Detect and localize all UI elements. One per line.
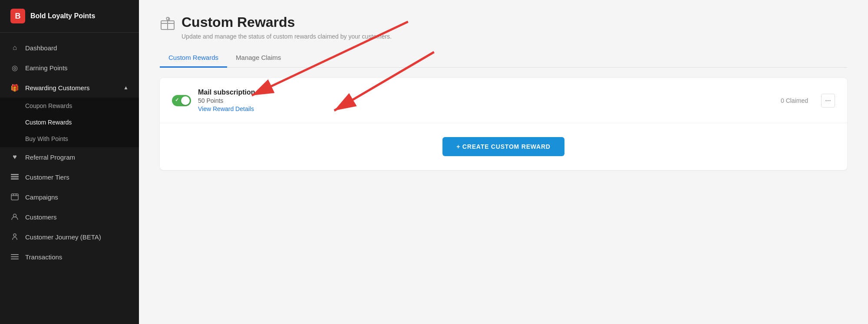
rewards-card: ✓ Mail subscription 50 Points View Rewar…	[160, 78, 847, 170]
sidebar-logo-text: Bold Loyalty Points	[30, 12, 95, 20]
customers-icon	[10, 213, 19, 221]
campaigns-icon	[10, 193, 19, 201]
sidebar-item-dashboard[interactable]: ⌂ Dashboard	[0, 38, 139, 58]
transactions-icon	[10, 252, 19, 261]
reward-points: 50 Points	[198, 97, 774, 104]
sidebar-item-label: Customer Journey (BETA)	[25, 233, 129, 241]
create-custom-reward-button[interactable]: + CREATE CUSTOM REWARD	[442, 137, 564, 156]
more-options-button[interactable]: ···	[821, 94, 835, 108]
tab-custom-rewards[interactable]: Custom Rewards	[160, 49, 227, 68]
earning-points-icon: ◎	[10, 63, 19, 72]
sidebar-item-transactions[interactable]: Transactions	[0, 247, 139, 267]
claimed-count: 0 Claimed	[781, 97, 808, 104]
tabs: Custom Rewards Manage Claims	[160, 49, 847, 68]
sidebar-item-buy-with-points[interactable]: Buy With Points	[0, 131, 139, 147]
sidebar-item-label: Transactions	[25, 253, 129, 261]
sidebar-item-custom-rewards[interactable]: Custom Rewards	[0, 114, 139, 131]
sidebar-item-campaigns[interactable]: Campaigns	[0, 187, 139, 207]
sidebar-item-customer-tiers[interactable]: Customer Tiers	[0, 167, 139, 187]
main-content: Custom Rewards Update and manage the sta…	[139, 0, 868, 324]
home-icon: ⌂	[10, 43, 19, 52]
sidebar-item-customer-journey[interactable]: Customer Journey (BETA)	[0, 227, 139, 247]
svg-rect-0	[11, 178, 19, 180]
svg-rect-3	[11, 194, 18, 200]
sidebar-item-customers[interactable]: Customers	[0, 207, 139, 227]
sidebar-item-label: Rewarding Customers	[25, 84, 117, 92]
sidebar-item-label: Earning Points	[25, 64, 129, 72]
heart-icon: ♥	[10, 153, 19, 161]
svg-rect-7	[11, 256, 19, 257]
sidebar-logo[interactable]: B Bold Loyalty Points	[0, 0, 139, 33]
rewarding-customers-submenu: Coupon Rewards Custom Rewards Buy With P…	[0, 98, 139, 147]
sidebar-item-label: Customers	[25, 213, 129, 221]
sidebar-item-referral-program[interactable]: ♥ Referral Program	[0, 147, 139, 167]
gift-header-icon	[160, 15, 175, 34]
sidebar-item-label: Campaigns	[25, 193, 129, 201]
content-area: Custom Rewards Update and manage the sta…	[139, 0, 868, 324]
chevron-up-icon: ▲	[123, 85, 129, 91]
svg-point-5	[13, 234, 16, 236]
tab-manage-claims[interactable]: Manage Claims	[227, 49, 290, 68]
reward-info: Mail subscription 50 Points View Reward …	[198, 88, 774, 112]
svg-rect-8	[11, 254, 19, 255]
sidebar-item-rewarding-customers[interactable]: 🎁 Rewarding Customers ▲	[0, 78, 139, 98]
page-header: Custom Rewards Update and manage the sta…	[160, 14, 847, 40]
reward-name: Mail subscription	[198, 88, 774, 96]
svg-rect-1	[11, 176, 19, 177]
svg-rect-6	[11, 259, 19, 259]
sidebar-item-label: Referral Program	[25, 154, 129, 161]
ellipsis-icon: ···	[825, 97, 831, 105]
tiers-icon	[10, 173, 19, 181]
sidebar-item-label: Customer Tiers	[25, 173, 129, 181]
toggle-check-icon: ✓	[175, 97, 179, 103]
reward-toggle[interactable]: ✓	[172, 95, 191, 106]
svg-rect-2	[11, 174, 19, 175]
page-title: Custom Rewards	[182, 14, 392, 30]
page-subtitle: Update and manage the status of custom r…	[182, 33, 392, 40]
journey-icon	[10, 232, 19, 241]
sidebar-item-coupon-rewards[interactable]: Coupon Rewards	[0, 98, 139, 114]
sidebar-item-earning-points[interactable]: ◎ Earning Points	[0, 58, 139, 78]
sidebar-item-label: Dashboard	[25, 44, 129, 52]
sidebar: B Bold Loyalty Points ⌂ Dashboard ◎ Earn…	[0, 0, 139, 324]
sidebar-nav: ⌂ Dashboard ◎ Earning Points 🎁 Rewarding…	[0, 33, 139, 324]
view-reward-details-link[interactable]: View Reward Details	[198, 105, 774, 112]
create-row: + CREATE CUSTOM REWARD	[160, 123, 847, 170]
reward-row: ✓ Mail subscription 50 Points View Rewar…	[160, 78, 847, 123]
gift-icon: 🎁	[10, 83, 19, 92]
bold-logo-icon: B	[10, 9, 25, 23]
